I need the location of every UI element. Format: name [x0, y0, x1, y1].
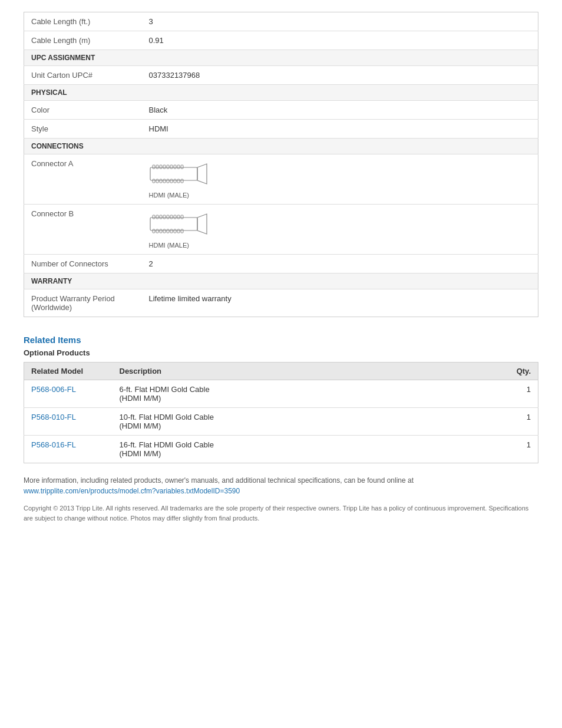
svg-rect-28 [177, 215, 180, 219]
svg-rect-23 [160, 215, 162, 219]
svg-rect-24 [163, 215, 166, 219]
svg-rect-25 [167, 215, 169, 219]
section-header: PHYSICAL [24, 85, 538, 101]
connector-label: Connector B [24, 205, 142, 255]
svg-rect-6 [170, 165, 173, 169]
svg-rect-38 [181, 229, 183, 233]
footer-info: More information, including related prod… [24, 475, 538, 496]
related-qty: 1 [449, 408, 538, 436]
specs-table: Cable Length (ft.)3Cable Length (m)0.91U… [24, 12, 538, 317]
section-label: UPC ASSIGNMENT [24, 50, 538, 66]
svg-rect-5 [167, 165, 169, 169]
svg-marker-19 [197, 164, 207, 184]
qty-header: Qty. [449, 363, 538, 380]
svg-rect-26 [170, 215, 173, 219]
related-description: 10-ft. Flat HDMI Gold Cable(HDMI M/M) [113, 408, 449, 436]
related-items-title: Related Items [24, 335, 538, 345]
svg-rect-21 [153, 215, 155, 219]
related-description: 16-ft. Flat HDMI Gold Cable(HDMI M/M) [113, 436, 449, 463]
spec-label: Cable Length (m) [24, 31, 142, 50]
related-item-row: P568-016-FL16-ft. Flat HDMI Gold Cable(H… [24, 436, 538, 463]
related-item-row: P568-006-FL6-ft. Flat HDMI Gold Cable(HD… [24, 380, 538, 408]
connector-value: HDMI (MALE) [142, 205, 538, 255]
svg-rect-36 [174, 229, 176, 233]
optional-products-label: Optional Products [24, 348, 538, 357]
related-qty: 1 [449, 436, 538, 463]
section-label: WARRANTY [24, 274, 538, 289]
related-items-section: Related Items Optional Products Related … [24, 335, 538, 463]
related-model: P568-010-FL [24, 408, 113, 436]
spec-row: StyleHDMI [24, 120, 538, 139]
spec-row: Product Warranty Period (Worldwide)Lifet… [24, 289, 538, 317]
svg-rect-12 [160, 179, 162, 183]
section-header: CONNECTIONS [24, 139, 538, 154]
svg-rect-35 [170, 229, 173, 233]
svg-rect-14 [167, 179, 169, 183]
spec-label: Product Warranty Period (Worldwide) [24, 289, 142, 317]
svg-rect-11 [156, 179, 158, 183]
related-model: P568-006-FL [24, 380, 113, 408]
svg-rect-20 [150, 218, 197, 230]
svg-rect-29 [181, 215, 183, 219]
spec-value: 2 [142, 255, 538, 274]
related-model: P568-016-FL [24, 436, 113, 463]
spec-label: Color [24, 101, 142, 120]
svg-rect-37 [177, 229, 180, 233]
svg-rect-33 [163, 229, 166, 233]
svg-rect-30 [153, 229, 155, 233]
spec-label: Unit Carton UPC# [24, 66, 142, 85]
svg-rect-27 [174, 215, 176, 219]
section-header: UPC ASSIGNMENT [24, 50, 538, 66]
spec-value: 3 [142, 12, 538, 31]
svg-rect-8 [177, 165, 180, 169]
spec-label: Number of Connectors [24, 255, 142, 274]
spec-row: ColorBlack [24, 101, 538, 120]
related-description: 6-ft. Flat HDMI Gold Cable(HDMI M/M) [113, 380, 449, 408]
related-model-link[interactable]: P568-016-FL [31, 440, 76, 449]
section-label: CONNECTIONS [24, 139, 538, 154]
spec-row: Number of Connectors2 [24, 255, 538, 274]
spec-value: Black [142, 101, 538, 120]
spec-value: Lifetime limited warranty [142, 289, 538, 317]
svg-rect-9 [181, 165, 183, 169]
svg-marker-39 [197, 214, 207, 234]
svg-rect-0 [150, 167, 197, 180]
spec-value: 0.91 [142, 31, 538, 50]
svg-rect-31 [156, 229, 158, 233]
spec-value: 037332137968 [142, 66, 538, 85]
copyright-text: Copyright © 2013 Tripp Lite. All rights … [24, 503, 538, 523]
spec-value: HDMI [142, 120, 538, 139]
related-model-link[interactable]: P568-006-FL [31, 385, 76, 394]
svg-rect-4 [163, 165, 166, 169]
related-model-link[interactable]: P568-010-FL [31, 413, 76, 421]
section-header: WARRANTY [24, 274, 538, 289]
section-label: PHYSICAL [24, 85, 538, 101]
connector-label: Connector A [24, 154, 142, 205]
svg-rect-1 [153, 165, 155, 169]
svg-rect-10 [153, 179, 155, 183]
related-model-header: Related Model [24, 363, 113, 380]
footer-info-text: More information, including related prod… [24, 476, 414, 485]
spec-label: Style [24, 120, 142, 139]
svg-rect-15 [170, 179, 173, 183]
description-header: Description [113, 363, 449, 380]
spec-row: Cable Length (ft.)3 [24, 12, 538, 31]
svg-rect-2 [156, 165, 158, 169]
related-qty: 1 [449, 380, 538, 408]
connector-value: HDMI (MALE) [142, 154, 538, 205]
svg-rect-18 [181, 179, 183, 183]
svg-rect-34 [167, 229, 169, 233]
svg-rect-32 [160, 229, 162, 233]
svg-rect-3 [160, 165, 162, 169]
related-items-table: Related Model Description Qty. P568-006-… [24, 362, 538, 463]
connector-row: Connector A HDMI (MALE) [24, 154, 538, 205]
connector-row: Connector B HDMI (MALE) [24, 205, 538, 255]
footer-link[interactable]: www.tripplite.com/en/products/model.cfm?… [24, 487, 240, 495]
svg-rect-17 [177, 179, 180, 183]
svg-rect-16 [174, 179, 176, 183]
svg-rect-7 [174, 165, 176, 169]
svg-rect-22 [156, 215, 158, 219]
related-item-row: P568-010-FL10-ft. Flat HDMI Gold Cable(H… [24, 408, 538, 436]
spec-row: Cable Length (m)0.91 [24, 31, 538, 50]
spec-label: Cable Length (ft.) [24, 12, 142, 31]
